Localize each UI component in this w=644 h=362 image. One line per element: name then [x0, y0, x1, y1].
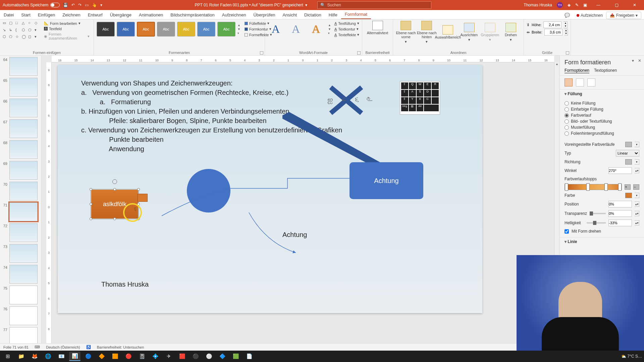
preset-gradient-picker[interactable]: [625, 142, 632, 147]
record-button[interactable]: Aufzeichnen: [573, 12, 606, 19]
tab-ueberpruefen[interactable]: Überprüfen: [250, 11, 279, 19]
textbox-button[interactable]: 🅰 Textfeld: [43, 26, 91, 31]
width-spinner[interactable]: ▲▼: [565, 29, 568, 36]
app-icon-3[interactable]: 🔴: [123, 352, 134, 361]
explorer-icon[interactable]: 📁: [15, 352, 27, 361]
thumb-66[interactable]: 66: [1, 99, 40, 117]
text-outline-button[interactable]: A Textkontur ▾: [333, 26, 361, 32]
size-dialog-launcher[interactable]: [566, 51, 569, 55]
tab-bildschirm[interactable]: Bildschirmpräsentation: [167, 11, 218, 19]
position-input[interactable]: [608, 201, 632, 207]
status-slide[interactable]: Folie 71 von 81: [3, 345, 29, 349]
width-input[interactable]: [544, 29, 562, 36]
status-lang[interactable]: Deutsch (Österreich): [46, 345, 80, 349]
app-icon-5[interactable]: ⚪: [203, 352, 215, 361]
slideshow-icon[interactable]: ▭: [85, 3, 89, 7]
tab-formformat[interactable]: Formformat: [341, 10, 371, 19]
status-access[interactable]: Barrierefreiheit: Untersuchen: [97, 345, 144, 349]
tab-entwurf[interactable]: Entwurf: [84, 11, 106, 19]
autosave-toggle[interactable]: Automatisches Speichern: [3, 3, 60, 7]
pane-tab-text[interactable]: Textoptionen: [594, 68, 617, 73]
text-effects-button[interactable]: A Texteffekte ▾: [333, 32, 361, 37]
connector-elbow[interactable]: [230, 175, 361, 195]
vlc-icon[interactable]: 🔶: [96, 352, 107, 361]
touch-icon[interactable]: 👆: [92, 3, 97, 7]
fill-option-5[interactable]: Folienhintergrundfüllung: [565, 130, 639, 136]
firefox-icon[interactable]: 🦊: [29, 352, 40, 361]
share-button[interactable]: 📤Freigeben▾: [606, 12, 641, 19]
shape-small-rect[interactable]: [138, 194, 148, 202]
app-icon-8[interactable]: 📄: [244, 352, 255, 361]
qat-more-icon[interactable]: ▾: [100, 3, 102, 7]
tab-hilfe[interactable]: Hilfe: [325, 11, 341, 19]
thumb-71[interactable]: 71: [1, 202, 40, 221]
save-icon[interactable]: 💾: [63, 3, 68, 7]
shape-roundrect-achtung[interactable]: Achtung: [350, 162, 423, 199]
shape-gallery[interactable]: ▭▢□△○◇ ↘↳{⬡⬠▾ ⬡⬠☆◯◻▾: [3, 21, 40, 41]
pane-close-icon[interactable]: ✕: [638, 58, 641, 63]
thumb-64[interactable]: 64: [1, 57, 40, 76]
search-box[interactable]: 🔍 Suchen: [317, 1, 431, 9]
height-input[interactable]: [543, 21, 561, 28]
obs-icon[interactable]: ⚫: [190, 352, 201, 361]
pane-tab-shape[interactable]: Formoptionen: [565, 68, 589, 73]
stop-color-picker[interactable]: [625, 193, 632, 198]
transparency-slider[interactable]: [590, 213, 606, 214]
app-icon-7[interactable]: 🟩: [230, 352, 241, 361]
alt-text-button[interactable]: Alternativtext: [367, 21, 388, 35]
onenote-icon[interactable]: 📓: [136, 352, 148, 361]
slide-canvas[interactable]: Verwendung von Shapes und Zeichenwerkzeu…: [58, 65, 482, 313]
pane-options-icon[interactable]: ▾: [632, 58, 634, 63]
tab-uebergaenge[interactable]: Übergänge: [106, 11, 135, 19]
pane-icon-effects[interactable]: [576, 78, 584, 86]
slide-thumbnails[interactable]: 6465666768697071727374757677: [0, 56, 42, 352]
styles-dialog-launcher[interactable]: [260, 51, 263, 55]
telegram-icon[interactable]: ✈: [163, 352, 174, 361]
fill-option-0[interactable]: Keine Füllung: [565, 100, 639, 106]
document-title[interactable]: PPT 01 Roter Faden 001.pptx • Auf "diese…: [195, 3, 307, 7]
start-button[interactable]: ⊞: [2, 352, 13, 361]
gradient-direction-picker[interactable]: [625, 159, 632, 165]
fill-option-2[interactable]: Farbverlauf: [565, 112, 639, 118]
copilot-icon[interactable]: ◈: [568, 3, 571, 7]
brightness-input[interactable]: [608, 220, 632, 226]
rotate-with-shape-checkbox[interactable]: [565, 229, 569, 234]
undo-icon[interactable]: ↶: [71, 3, 75, 7]
send-backward-button[interactable]: Ebene nach hinten▾: [417, 21, 437, 44]
comments-icon[interactable]: 💬: [561, 11, 573, 19]
chrome-icon[interactable]: 🌐: [42, 352, 54, 361]
redo-icon[interactable]: ↷: [78, 3, 82, 7]
tab-aufzeichnen[interactable]: Aufzeichnen: [218, 11, 250, 19]
edit-shape-button[interactable]: 📐 Form bearbeiten ▾: [43, 21, 91, 26]
slide-footer[interactable]: Thomas Hruska: [101, 280, 149, 289]
tab-dictation[interactable]: Dictation: [301, 11, 325, 19]
wordart-gallery[interactable]: AAA ▲▼▾: [268, 23, 331, 36]
pane-icon-fill[interactable]: [565, 78, 573, 86]
remove-stop-button[interactable]: −: [633, 184, 639, 190]
fill-option-1[interactable]: Einfarbige Füllung: [565, 106, 639, 112]
window-minimize[interactable]: —: [592, 3, 605, 7]
section-fill[interactable]: Füllung: [560, 89, 644, 98]
tab-einfuegen[interactable]: Einfügen: [34, 11, 59, 19]
outlook-icon[interactable]: 📧: [56, 352, 67, 361]
slide-editor[interactable]: 1615141312111098765432101234567891011121…: [42, 56, 559, 352]
tab-datei[interactable]: Datei: [0, 11, 17, 19]
fill-option-3[interactable]: Bild- oder Texturfüllung: [565, 118, 639, 124]
present-icon[interactable]: ▣: [583, 3, 587, 7]
transparency-input[interactable]: [608, 210, 632, 217]
thumb-74[interactable]: 74: [1, 265, 40, 284]
section-line[interactable]: Linie: [560, 237, 644, 246]
pane-icon-size[interactable]: [587, 78, 595, 86]
text-fill-button[interactable]: A Textfüllung ▾: [333, 21, 361, 26]
vscode-icon[interactable]: 💠: [150, 352, 161, 361]
app-icon-6[interactable]: 🔷: [217, 352, 228, 361]
weather-widget[interactable]: ⛅ 7°C S…: [621, 354, 642, 359]
gradient-type-select[interactable]: Linear: [616, 150, 639, 157]
window-close[interactable]: ✕: [628, 3, 641, 7]
thumb-75[interactable]: 75: [1, 286, 40, 304]
user-name[interactable]: Thomas Hruska: [524, 3, 552, 7]
merge-shapes-button[interactable]: ◉ Formen zusammenführen ▾: [43, 32, 91, 41]
thumb-69[interactable]: 69: [1, 161, 40, 180]
window-restore[interactable]: ▢: [610, 3, 623, 7]
group-button[interactable]: Gruppieren▾: [480, 21, 500, 44]
